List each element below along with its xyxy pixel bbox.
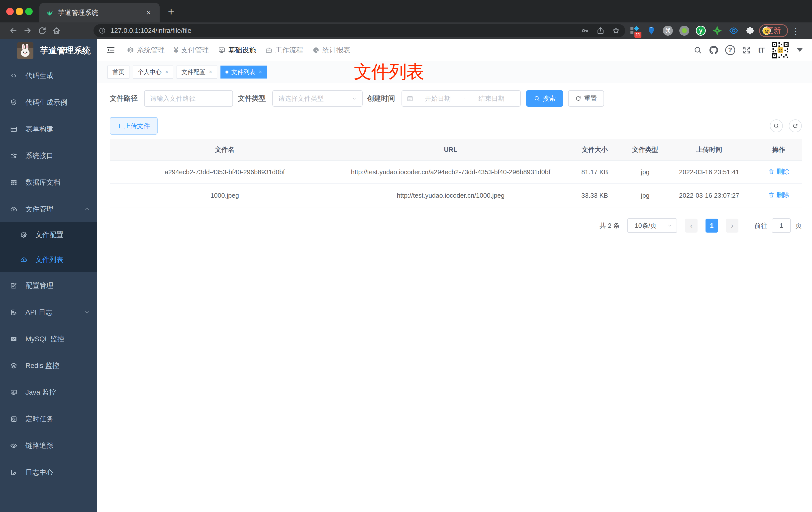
note-edit-icon bbox=[10, 469, 18, 476]
logo-row[interactable]: 芋道管理系统 bbox=[0, 39, 97, 62]
minimize-window-button[interactable] bbox=[16, 8, 23, 15]
nav-system-management[interactable]: 系统管理 bbox=[127, 46, 165, 55]
date-range-picker[interactable]: 开始日期 - 结束日期 bbox=[402, 90, 521, 107]
trash-icon bbox=[768, 192, 775, 198]
url-bar[interactable]: 127.0.0.1:1024/infra/file/file bbox=[93, 24, 625, 37]
delete-button[interactable]: 删除 bbox=[768, 166, 789, 177]
tag-file-config[interactable]: 文件配置 × bbox=[177, 65, 217, 79]
search-icon[interactable] bbox=[693, 46, 702, 55]
tag-close-icon[interactable]: × bbox=[259, 69, 262, 75]
goto-page-input[interactable] bbox=[772, 219, 790, 232]
current-page[interactable]: 1 bbox=[705, 219, 718, 233]
home-icon[interactable] bbox=[52, 26, 61, 35]
help-icon[interactable]: ? bbox=[725, 45, 735, 55]
end-date-input[interactable]: 结束日期 bbox=[467, 94, 516, 103]
reset-button[interactable]: 重置 bbox=[568, 90, 604, 107]
zoom-window-button[interactable] bbox=[25, 8, 33, 15]
browser-tab[interactable]: 芋道管理系统 × bbox=[39, 3, 160, 23]
document-edit-icon bbox=[10, 309, 18, 316]
file-type-label: 文件类型 bbox=[238, 94, 266, 103]
sidebar-item-db-doc[interactable]: 数据库文档 bbox=[0, 169, 97, 196]
page-unit-label: 页 bbox=[795, 221, 802, 230]
share-icon[interactable] bbox=[596, 26, 605, 35]
site-info-icon[interactable] bbox=[98, 27, 106, 34]
sidebar-item-api-log[interactable]: API 日志 bbox=[0, 299, 97, 326]
sidebar-item-system-api[interactable]: 系统接口 bbox=[0, 142, 97, 169]
nav-infrastructure[interactable]: 基础设施 bbox=[218, 46, 256, 55]
show-search-button[interactable] bbox=[770, 119, 783, 132]
nav-workflow[interactable]: 工作流程 bbox=[265, 46, 303, 55]
total-count: 共 2 条 bbox=[600, 221, 620, 230]
extension-eye-icon[interactable] bbox=[728, 25, 739, 36]
sidebar-item-code-generation[interactable]: 代码生成 bbox=[0, 62, 97, 89]
avatar-dropdown-caret-icon[interactable] bbox=[797, 48, 803, 52]
reload-icon[interactable] bbox=[37, 26, 47, 35]
extension-dot-circle-icon[interactable] bbox=[679, 25, 690, 36]
sidebar-item-redis-monitor[interactable]: Redis 监控 bbox=[0, 352, 97, 379]
pie-chart-icon bbox=[312, 47, 320, 54]
nav-payment-management[interactable]: ¥ 支付管理 bbox=[174, 46, 209, 55]
refresh-table-button[interactable] bbox=[789, 119, 802, 132]
next-page-button[interactable]: › bbox=[726, 219, 738, 233]
sidebar-item-log-center[interactable]: 日志中心 bbox=[0, 459, 97, 486]
table-header-row: 文件名 URL 文件大小 文件类型 上传时间 操作 bbox=[110, 139, 802, 160]
extension-command-icon[interactable]: ⌘ bbox=[662, 25, 673, 36]
sidebar-item-file-management[interactable]: 文件管理 bbox=[0, 196, 97, 222]
avatar[interactable] bbox=[771, 41, 789, 59]
cell-file-type: jpg bbox=[628, 184, 663, 207]
upload-file-button[interactable]: + 上传文件 bbox=[110, 117, 157, 134]
sidebar-item-tracing[interactable]: 链路追踪 bbox=[0, 432, 97, 459]
file-type-select[interactable]: 请选择文件类型 bbox=[272, 90, 362, 107]
browser-update-button[interactable]: 更新 bbox=[759, 24, 788, 37]
extension-sparkle-icon[interactable] bbox=[712, 25, 723, 36]
extension-balloon-icon[interactable] bbox=[646, 25, 657, 36]
delete-button[interactable]: 删除 bbox=[768, 189, 789, 201]
github-icon[interactable] bbox=[709, 46, 718, 55]
sidebar-item-java-monitor[interactable]: Java 监控 bbox=[0, 379, 97, 405]
eye-icon bbox=[10, 442, 18, 449]
tag-close-icon[interactable]: × bbox=[165, 69, 168, 75]
file-path-input[interactable] bbox=[145, 91, 232, 106]
cell-upload-time: 2022-03-16 23:07:27 bbox=[663, 184, 756, 207]
col-file-size: 文件大小 bbox=[561, 139, 628, 160]
extension-grid-badge-icon[interactable]: 11 bbox=[630, 25, 640, 36]
calendar-icon bbox=[406, 95, 413, 102]
search-icon bbox=[534, 95, 540, 102]
cell-file-type: jpg bbox=[628, 160, 663, 184]
cell-url: http://test.yudao.iocoder.cn/a294ecb2-73… bbox=[340, 160, 561, 184]
sidebar-item-scheduled-jobs[interactable]: 定时任务 bbox=[0, 405, 97, 432]
browser-menu-icon[interactable]: ⋮ bbox=[791, 26, 800, 36]
start-date-input[interactable]: 开始日期 bbox=[413, 94, 462, 103]
sidebar-item-code-example[interactable]: 代码生成示例 bbox=[0, 89, 97, 116]
extension-y-icon[interactable]: y bbox=[695, 25, 706, 36]
search-button[interactable]: 搜索 bbox=[526, 90, 563, 107]
url-text[interactable]: 127.0.0.1:1024/infra/file/file bbox=[111, 27, 574, 35]
create-time-label: 创建时间 bbox=[367, 94, 395, 103]
collapse-sidebar-icon[interactable] bbox=[106, 45, 116, 55]
sidebar-item-mysql-monitor[interactable]: MySQL 监控 bbox=[0, 326, 97, 352]
sidebar-item-form-builder[interactable]: 表单构建 bbox=[0, 116, 97, 142]
prev-page-button[interactable]: ‹ bbox=[685, 219, 698, 233]
tag-profile[interactable]: 个人中心 × bbox=[133, 65, 173, 79]
tab-close-icon[interactable]: × bbox=[144, 8, 154, 17]
sidebar-item-file-list[interactable]: 文件列表 bbox=[0, 247, 97, 272]
new-tab-button[interactable]: + bbox=[164, 5, 178, 18]
nav-statistics-report[interactable]: 统计报表 bbox=[312, 46, 350, 55]
fullscreen-icon[interactable] bbox=[742, 46, 751, 55]
page-size-select[interactable]: 10条/页 bbox=[627, 218, 677, 233]
close-window-button[interactable] bbox=[6, 8, 14, 15]
app-title: 芋道管理系统 bbox=[40, 45, 91, 56]
bookmark-star-icon[interactable] bbox=[612, 26, 620, 35]
tag-file-list[interactable]: 文件列表 × bbox=[221, 65, 267, 79]
font-size-icon[interactable]: tT bbox=[758, 46, 764, 54]
back-icon[interactable] bbox=[8, 26, 18, 35]
tag-home[interactable]: 首页 bbox=[108, 65, 129, 79]
password-key-icon[interactable] bbox=[581, 26, 589, 35]
sidebar-item-config-management[interactable]: 配置管理 bbox=[0, 272, 97, 299]
table-toolbar: + 上传文件 bbox=[110, 117, 802, 134]
tag-close-icon[interactable]: × bbox=[209, 69, 212, 75]
forward-icon[interactable] bbox=[23, 26, 32, 35]
extension-puzzle-icon[interactable] bbox=[745, 25, 756, 36]
clock-task-icon bbox=[10, 415, 18, 423]
sidebar-item-file-config[interactable]: 文件配置 bbox=[0, 222, 97, 247]
